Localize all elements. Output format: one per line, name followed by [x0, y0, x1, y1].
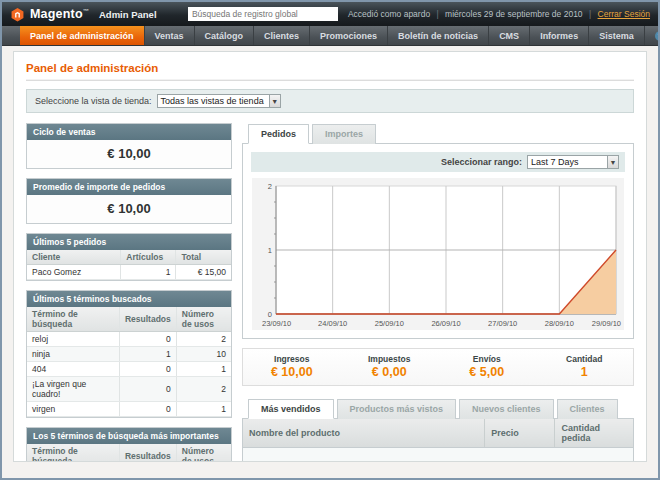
column-header: Término de búsqueda	[27, 444, 119, 462]
avg-order-value: € 10,00	[27, 195, 231, 223]
grid-column-header: Nombre del producto	[243, 419, 485, 448]
table-cell: 404	[27, 362, 119, 377]
svg-text:27/09/10: 27/09/10	[488, 319, 517, 328]
table-cell: reloj	[27, 332, 119, 347]
range-bar: Seleccionar rango: Last 7 Days ▼	[251, 152, 625, 172]
table-row[interactable]: virgen01	[27, 402, 231, 417]
page-title: Panel de administración	[26, 62, 634, 74]
last-orders-table: ClienteArtículosTotalPaco Gomez1€ 15,00	[27, 250, 231, 280]
tab-pedidos[interactable]: Pedidos	[248, 124, 309, 144]
column-header: Número de usos	[176, 444, 231, 462]
table-cell: 1	[176, 402, 231, 417]
current-date: miércoles 29 de septiembre de 2010	[445, 9, 583, 19]
nav-item-8[interactable]: Informes	[530, 26, 589, 45]
svg-text:23/09/10: 23/09/10	[262, 319, 291, 328]
grid-column-header: Cantidad pedida	[555, 419, 633, 448]
report-tabs: Más vendidosProductos más vistosNuevos c…	[242, 398, 634, 419]
svg-text:25/09/10: 25/09/10	[375, 319, 404, 328]
table-cell: 0	[119, 362, 176, 377]
total-value: € 10,00	[243, 365, 341, 379]
tab-productos-m-s-vistos[interactable]: Productos más vistos	[337, 399, 457, 419]
totals-strip: Ingresos€ 10,00Impuestos€ 0,00Envíos€ 5,…	[242, 348, 634, 386]
avg-order-box: Promedio de importe de pedidos € 10,00	[26, 178, 232, 224]
dashboard-main: PedidosImportes Seleccionar rango: Last …	[242, 123, 634, 462]
box-title: Promedio de importe de pedidos	[27, 179, 231, 195]
range-select[interactable]: Last 7 Days ▼	[527, 155, 619, 169]
nav-item-3[interactable]: Catálogo	[195, 26, 255, 45]
grid-column-header: Precio	[485, 419, 555, 448]
select-arrow-icon: ▼	[607, 156, 618, 168]
tab-m-s-vendidos[interactable]: Más vendidos	[248, 399, 334, 419]
box-title: Los 5 términos de búsqueda más important…	[27, 428, 231, 444]
nav-item-7[interactable]: CMS	[489, 26, 530, 45]
column-header: Total	[176, 250, 231, 265]
table-cell: ¡La virgen que cuadro!	[27, 377, 119, 402]
logged-in-text: Accedió como apardo	[348, 9, 430, 19]
brand-name: Magento™	[30, 7, 89, 21]
column-header: Término de búsqueda	[27, 307, 119, 332]
app-window: Magento™ Admin Panel Accedió como apardo…	[0, 0, 660, 480]
column-header: Número de usos	[176, 307, 231, 332]
table-row[interactable]: ¡La virgen que cuadro!02	[27, 377, 231, 402]
tab-clientes[interactable]: Clientes	[557, 399, 618, 419]
table-cell: 0	[119, 332, 176, 347]
store-view-label: Seleccione la vista de tienda:	[35, 96, 152, 106]
column-header: Resultados	[119, 307, 176, 332]
nav-item-9[interactable]: Sistema	[589, 26, 645, 45]
nav-item-5[interactable]: Promociones	[310, 26, 388, 45]
table-row[interactable]: ninja110	[27, 347, 231, 362]
dashboard-sidebar: Ciclo de ventas € 10,00 Promedio de impo…	[26, 123, 232, 462]
table-row[interactable]: Paco Gomez1€ 15,00	[27, 265, 231, 280]
svg-text:1: 1	[268, 246, 272, 255]
svg-text:26/09/10: 26/09/10	[431, 319, 460, 328]
magento-logo: Magento™ Admin Panel	[10, 7, 157, 22]
magento-logo-icon	[10, 7, 25, 22]
top-search-terms-box: Los 5 términos de búsqueda más important…	[26, 427, 232, 462]
total-cantidad: Cantidad1	[536, 354, 634, 379]
nav-item-4[interactable]: Clientes	[254, 26, 310, 45]
title-divider	[26, 79, 634, 81]
tab-nuevos-clientes[interactable]: Nuevos clientes	[459, 399, 554, 419]
empty-grid-message: No se encontraron registros.	[243, 448, 633, 462]
top-search-terms-table: Término de búsquedaResultadosNúmero de u…	[27, 444, 231, 462]
tab-importes[interactable]: Importes	[312, 124, 376, 144]
orders-panel: Seleccionar rango: Last 7 Days ▼ 01223/0…	[242, 144, 634, 339]
help-link[interactable]: ? Obtener ayuda para esta página	[645, 26, 660, 45]
total-label: Impuestos	[341, 354, 439, 364]
column-header: Resultados	[119, 444, 176, 462]
range-label: Seleccionar rango:	[441, 157, 522, 167]
total-label: Cantidad	[536, 354, 634, 364]
table-cell: 2	[176, 377, 231, 402]
store-view-select[interactable]: Todas las vistas de tienda ▼	[157, 94, 281, 108]
table-cell: 0	[119, 377, 176, 402]
bestsellers-grid: Nombre del productoPrecioCantidad pedida…	[242, 419, 634, 462]
sales-cycle-box: Ciclo de ventas € 10,00	[26, 123, 232, 169]
logout-link[interactable]: Cerrar Sesión	[598, 9, 650, 19]
table-cell: 2	[176, 332, 231, 347]
content-wrapper: Panel de administración Seleccione la vi…	[13, 51, 647, 462]
orders-chart: 01223/09/1024/09/1025/09/1026/09/1027/09…	[252, 178, 624, 330]
svg-text:2: 2	[268, 182, 272, 191]
last-orders-box: Últimos 5 pedidos ClienteArtículosTotalP…	[26, 233, 232, 281]
table-cell: 10	[176, 347, 231, 362]
total-value: € 5,00	[438, 365, 536, 379]
table-cell: 1	[119, 347, 176, 362]
svg-text:29/09/10: 29/09/10	[592, 319, 621, 328]
table-row[interactable]: 40401	[27, 362, 231, 377]
nav-item-6[interactable]: Boletín de noticias	[388, 26, 489, 45]
store-view-bar: Seleccione la vista de tienda: Todas las…	[26, 89, 634, 113]
total-value: € 0,00	[341, 365, 439, 379]
table-cell: Paco Gomez	[27, 265, 121, 280]
header-bar: Magento™ Admin Panel Accedió como apardo…	[2, 2, 658, 26]
global-search-input[interactable]	[188, 7, 338, 21]
chart-tabs: PedidosImportes	[242, 123, 634, 144]
table-cell: 1	[176, 362, 231, 377]
nav-item-2[interactable]: Ventas	[145, 26, 195, 45]
header-meta: Accedió como apardo | miércoles 29 de se…	[348, 9, 650, 19]
total-label: Ingresos	[243, 354, 341, 364]
column-header: Cliente	[27, 250, 121, 265]
nav-item-1[interactable]: Panel de administración	[20, 26, 145, 45]
svg-text:0: 0	[268, 310, 272, 319]
table-row[interactable]: reloj02	[27, 332, 231, 347]
column-header: Artículos	[121, 250, 176, 265]
